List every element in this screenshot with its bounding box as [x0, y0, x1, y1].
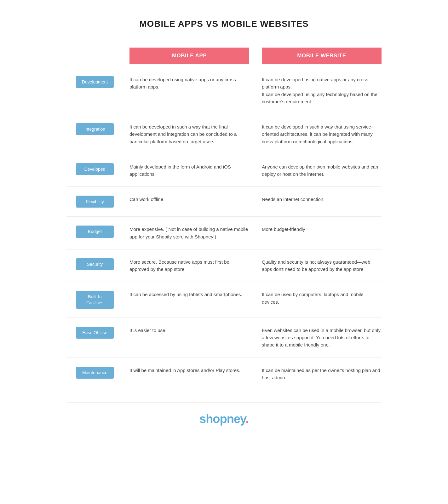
- label-cell: Built-In Facilities: [66, 291, 129, 308]
- web-cell: It can be developed in such a way that u…: [262, 123, 382, 145]
- table-header: MOBILE APP MOBILE WEBSITE: [129, 48, 382, 64]
- web-cell: Anyone can develop their own mobile webs…: [262, 163, 382, 178]
- row-label: Flexibility: [76, 196, 114, 208]
- table-row: IntegrationIt can be developed in such a…: [66, 114, 382, 154]
- label-cell: Flexibility: [66, 196, 129, 208]
- table-row: DevelopedMainly developed in the form of…: [66, 154, 382, 187]
- row-label: Security: [76, 258, 114, 270]
- row-label: Ease Of Use: [76, 327, 114, 339]
- table-row: MaintenanceIt will be maintained in App …: [66, 358, 382, 390]
- row-label: Development: [76, 76, 114, 88]
- label-cell: Ease Of Use: [66, 327, 129, 339]
- label-cell: Budget: [66, 226, 129, 238]
- web-cell: Quality and security is not always guara…: [262, 258, 382, 273]
- page-title: MOBILE APPS VS MOBILE WEBSITES: [66, 19, 382, 29]
- table-row: BudgetMore expensive. ( Not in case of b…: [66, 217, 382, 249]
- row-label: Built-In Facilities: [76, 291, 114, 308]
- row-label: Developed: [76, 163, 114, 175]
- app-cell: More secure. Because native apps must fi…: [129, 258, 262, 273]
- label-cell: Security: [66, 258, 129, 270]
- table-row: Ease Of UseIt is easier to use.Even webs…: [66, 318, 382, 358]
- app-cell: It is easier to use.: [129, 327, 262, 334]
- label-cell: Developed: [66, 163, 129, 175]
- web-cell: Even websites can be used in a mobile br…: [262, 327, 382, 349]
- table-row: SecurityMore secure. Because native apps…: [66, 249, 382, 282]
- page-wrapper: MOBILE APPS VS MOBILE WEBSITES MOBILE AP…: [60, 0, 388, 445]
- app-cell: It can be developed in such a way that t…: [129, 123, 262, 145]
- top-divider: [66, 35, 382, 35]
- web-cell: It can be maintained as per the owner's …: [262, 367, 382, 381]
- web-cell: More budget-friendly: [262, 226, 382, 233]
- app-cell: It can be developed using native apps or…: [129, 76, 262, 91]
- app-cell: It will be maintained in App stores and/…: [129, 367, 262, 374]
- app-cell: It can be accessed by using tablets and …: [129, 291, 262, 298]
- table-row: FlexibilityCan work offline.Needs an int…: [66, 187, 382, 217]
- brand-logo: shopney.: [66, 412, 382, 426]
- col-header-app: MOBILE APP: [129, 48, 249, 64]
- web-cell: It can be developed using native apps or…: [262, 76, 382, 105]
- label-cell: Development: [66, 76, 129, 88]
- web-cell: It can be used by computers, laptops and…: [262, 291, 382, 306]
- comparison-table: DevelopmentIt can be developed using nat…: [66, 67, 382, 390]
- app-cell: More expensive. ( Not in case of buildin…: [129, 226, 262, 240]
- app-cell: Can work offline.: [129, 196, 262, 203]
- table-row: Built-In FacilitiesIt can be accessed by…: [66, 282, 382, 318]
- web-cell: Needs an internet connection.: [262, 196, 382, 203]
- label-cell: Maintenance: [66, 367, 129, 379]
- row-label: Budget: [76, 226, 114, 238]
- row-label: Maintenance: [76, 367, 114, 379]
- app-cell: Mainly developed in the form of Android …: [129, 163, 262, 178]
- brand-text: shopney: [199, 412, 245, 426]
- bottom-divider: [66, 403, 382, 403]
- label-cell: Integration: [66, 123, 129, 135]
- table-row: DevelopmentIt can be developed using nat…: [66, 67, 382, 114]
- row-label: Integration: [76, 123, 114, 135]
- col-header-web: MOBILE WEBSITE: [262, 48, 382, 64]
- brand-dot: .: [245, 412, 249, 426]
